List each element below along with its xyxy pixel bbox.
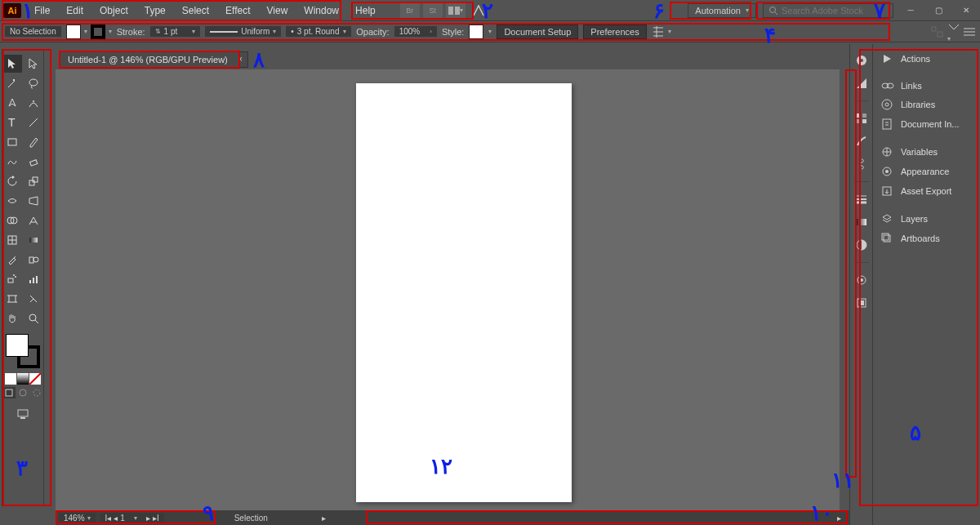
status-bar: 146%▾ I◂◂1▾▸▸I Selection ▸ ▸ [56,510,849,525]
transform-icon[interactable] [931,26,944,38]
blend-tool[interactable] [24,251,43,269]
stroke-profile[interactable]: Uniform▾ [205,26,281,37]
maximize-button[interactable]: ▢ [928,2,949,19]
panel-layers[interactable]: Layers [873,209,980,229]
search-stock[interactable] [763,3,893,18]
hand-tool[interactable] [2,309,22,327]
style-swatch[interactable] [469,24,483,39]
menu-window[interactable]: Window [296,0,347,20]
opacity-field[interactable]: 100%› [394,26,437,37]
selection-tool[interactable] [2,55,22,73]
fill-swatch[interactable] [66,24,81,39]
menu-view[interactable]: View [259,0,296,20]
selection-state[interactable]: No Selection [5,26,61,37]
menu-edit[interactable]: Edit [58,0,91,20]
isolate-icon[interactable]: ▾ [947,21,960,42]
gradient-panel-icon[interactable] [853,214,870,230]
workspace-dropdown[interactable]: Automation▾ [688,3,756,18]
gradient-tool[interactable] [24,231,43,249]
draw-inside[interactable] [30,387,43,398]
document-setup-button[interactable]: Document Setup [497,24,578,39]
artboard-nav[interactable]: I◂◂1▾▸▸I [100,513,164,523]
gpu-icon[interactable] [469,2,488,19]
panel-appearance[interactable]: Appearance [873,162,980,181]
close-tab-icon[interactable]: × [238,55,243,64]
menu-object[interactable]: Object [91,0,136,20]
menu-file[interactable]: File [26,0,58,20]
curvature-tool[interactable] [24,94,43,112]
panel-variables[interactable]: Variables [873,142,980,162]
panel-actions[interactable]: Actions [873,49,980,69]
vertical-scrollbar[interactable] [840,69,849,510]
brush-def[interactable]: •3 pt. Round▾ [286,26,351,37]
svg-point-11 [33,100,34,102]
eraser-tool[interactable] [24,153,43,171]
brushes-icon[interactable] [853,133,870,149]
zoom-tool[interactable] [24,309,43,327]
panel-libraries[interactable]: Libraries [873,95,980,114]
none-mode[interactable] [29,373,41,385]
arrange-button[interactable]: ▾ [446,2,466,19]
free-transform-tool[interactable] [24,192,43,210]
stroke-weight[interactable]: ⇅1 pt▾ [150,26,201,37]
artboard[interactable] [356,83,572,502]
zoom-level[interactable]: 146%▾ [59,513,96,523]
svg-point-33 [29,314,36,321]
status-play-icon[interactable]: ▸ [322,514,326,523]
artboard-tool[interactable] [2,290,22,308]
symbols-icon[interactable] [853,156,870,172]
gradient-mode[interactable] [17,373,29,385]
close-button[interactable]: ✕ [956,2,977,19]
panel-menu-icon[interactable] [964,27,975,37]
scale-tool[interactable] [24,172,43,190]
screen-mode[interactable] [13,405,33,423]
align-icon[interactable]: ▾ [652,26,671,38]
color-panel-icon[interactable] [853,52,870,69]
graphic-styles-icon[interactable] [853,295,870,311]
color-guide-icon[interactable] [853,75,870,91]
lasso-tool[interactable] [24,74,43,92]
menu-type[interactable]: Type [136,0,174,20]
eyedropper-tool[interactable] [2,251,22,269]
shaper-tool[interactable] [2,153,22,171]
mesh-tool[interactable] [2,231,22,249]
stroke-panel-icon[interactable] [853,191,870,207]
rotate-tool[interactable] [2,172,22,190]
minimize-button[interactable]: ─ [900,2,921,19]
fill-stroke-control[interactable] [6,334,40,368]
preferences-button[interactable]: Preferences [583,24,646,39]
panel-links[interactable]: Links [873,77,980,95]
menu-help[interactable]: Help [347,0,384,20]
fill-color[interactable] [6,334,29,357]
width-tool[interactable] [2,192,22,210]
swatches-icon[interactable] [853,110,870,127]
stroke-swatch[interactable] [91,24,105,39]
rectangle-tool[interactable] [2,133,22,151]
slice-tool[interactable] [24,290,43,308]
menu-select[interactable]: Select [174,0,217,20]
document-tab[interactable]: Untitled-1 @ 146% (RGB/GPU Preview) × [59,51,248,68]
draw-behind[interactable] [16,387,29,398]
color-mode[interactable] [5,373,16,385]
type-tool[interactable]: T [2,113,22,131]
appearance-icon[interactable] [853,272,870,288]
magic-wand-tool[interactable] [2,74,22,92]
panel-document-info[interactable]: Document In... [873,114,980,134]
shape-builder-tool[interactable] [2,211,22,229]
menu-effect[interactable]: Effect [217,0,258,20]
perspective-tool[interactable] [24,211,43,229]
panel-asset-export[interactable]: Asset Export [873,181,980,201]
direct-selection-tool[interactable] [24,55,43,73]
pen-tool[interactable] [2,94,22,112]
paintbrush-tool[interactable] [24,133,43,151]
search-input[interactable] [782,6,888,16]
symbol-sprayer-tool[interactable] [2,270,22,288]
stock-button[interactable]: St [423,2,443,19]
scroll-right-icon[interactable]: ▸ [837,514,841,523]
panel-artboards[interactable]: Artboards [873,229,980,248]
line-tool[interactable] [24,113,43,131]
draw-normal[interactable] [2,387,16,398]
column-graph-tool[interactable] [24,270,43,288]
bridge-button[interactable]: Br [400,2,420,19]
transparency-icon[interactable] [853,237,870,253]
